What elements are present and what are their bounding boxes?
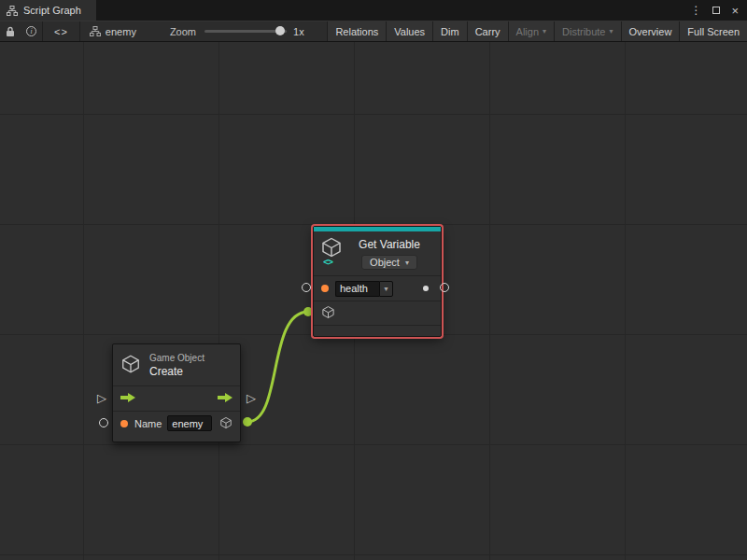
flow-port-in[interactable]: ▷: [97, 392, 106, 404]
name-input[interactable]: [167, 415, 212, 431]
zoom-value: 1x: [293, 26, 304, 37]
overview-button[interactable]: Overview: [621, 21, 680, 41]
carry-button[interactable]: Carry: [467, 21, 508, 41]
variable-name-input[interactable]: [335, 281, 379, 297]
input-port-circle[interactable]: [302, 283, 311, 292]
graph-name: enemy: [80, 26, 146, 37]
node-category: Game Object: [149, 353, 204, 363]
code-view-button[interactable]: <>: [43, 21, 79, 41]
graph-toolbar: i <> enemy Zoom 1x Relations Values Dim …: [0, 21, 747, 42]
zoom-label: Zoom: [170, 26, 196, 37]
lock-icon[interactable]: [0, 26, 21, 37]
close-icon[interactable]: ×: [731, 5, 739, 17]
value-port-dot[interactable]: [321, 285, 329, 292]
toolbar-button-group: Relations Values Dim Carry Align▾ Distri…: [327, 21, 747, 41]
variable-cube-icon: <>: [320, 236, 345, 268]
output-cube-icon[interactable]: [219, 416, 233, 431]
node-footer: [113, 435, 240, 441]
name-label: Name: [134, 418, 162, 429]
relations-button[interactable]: Relations: [327, 21, 386, 41]
zoom-slider[interactable]: [204, 30, 287, 33]
output-value-dot[interactable]: [423, 286, 429, 291]
gameobject-cube-icon: [120, 354, 141, 376]
maximize-icon[interactable]: [712, 7, 720, 14]
zoom-slider-handle[interactable]: [275, 26, 285, 35]
chevron-down-icon: ▾: [543, 27, 546, 35]
output-port-circle[interactable]: [440, 283, 449, 292]
dim-button[interactable]: Dim: [432, 21, 467, 41]
menu-icon[interactable]: ⋮: [690, 5, 701, 16]
distribute-button: Distribute▾: [554, 21, 620, 41]
variable-dropdown-button[interactable]: ▼: [379, 281, 393, 297]
chevron-down-icon: ▾: [610, 27, 613, 35]
node-footer: [314, 325, 441, 336]
node-game-object-create[interactable]: Game Object Create Name: [112, 343, 241, 442]
graph-canvas[interactable]: <> Get Variable Object ▾ ▼: [0, 42, 747, 560]
flow-arrow-out-icon[interactable]: [218, 393, 233, 404]
chevron-down-icon: ▾: [405, 259, 409, 267]
values-button[interactable]: Values: [386, 21, 432, 41]
fullscreen-button[interactable]: Full Screen: [679, 21, 747, 41]
code-overlay-icon: <>: [323, 257, 332, 267]
graph-icon: [90, 26, 101, 36]
variable-kind-dropdown[interactable]: Object ▾: [361, 255, 417, 270]
flow-arrow-in-icon[interactable]: [120, 393, 135, 404]
node-get-variable[interactable]: <> Get Variable Object ▾ ▼: [313, 226, 442, 337]
flow-port-out[interactable]: ▷: [247, 392, 256, 404]
align-button: Align▾: [508, 21, 554, 41]
tab-title: Script Graph: [23, 5, 81, 16]
tab-script-graph[interactable]: Script Graph: [0, 0, 96, 21]
info-icon[interactable]: i: [21, 26, 42, 36]
object-cube-icon[interactable]: [321, 305, 335, 321]
value-port-dot[interactable]: [120, 420, 128, 427]
graph-icon: [7, 6, 18, 16]
window-tab-bar: Script Graph ⋮ ×: [0, 0, 747, 21]
graph-name-label: enemy: [106, 26, 136, 37]
input-port-circle[interactable]: [99, 418, 108, 427]
node-title: Create: [149, 365, 204, 378]
node-title: Get Variable: [359, 238, 420, 251]
